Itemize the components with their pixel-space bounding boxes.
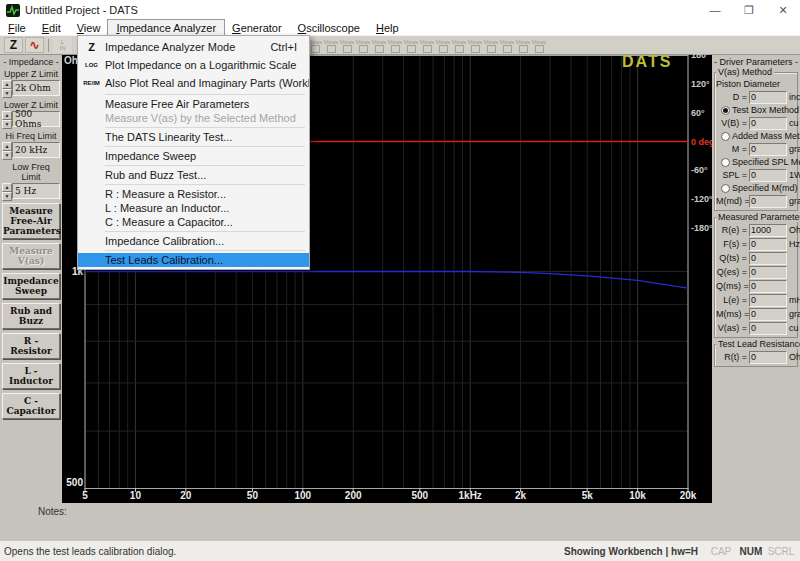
- generator-button[interactable]: ∿: [25, 37, 44, 53]
- specified-spl-method-option[interactable]: Specified SPL Method: [716, 156, 796, 168]
- menu-item-rub-and-buzz[interactable]: Rub and Buzz Test...: [78, 168, 309, 182]
- qts-field[interactable]: 0: [749, 252, 787, 265]
- menu-item-measure-inductor[interactable]: L : Measure an Inductor...: [78, 201, 309, 215]
- spin-down-icon[interactable]: ▼: [2, 89, 12, 98]
- phase-tick-label: 180°: [691, 50, 712, 60]
- menu-impedance-analyzer[interactable]: Impedance Analyzer: [108, 20, 224, 35]
- menu-generator[interactable]: Generator: [224, 20, 290, 35]
- menu-item-measure-free-air[interactable]: Measure Free Air Parameters: [78, 97, 309, 111]
- menu-item-measure-capacitor[interactable]: C : Measure a Capacitor...: [78, 215, 309, 229]
- dats-logo: DATS: [622, 53, 672, 71]
- maximize-button[interactable]: ❐: [732, 0, 766, 20]
- spin-up-icon[interactable]: ▲: [2, 111, 12, 120]
- re-im-icon: RE/IM: [78, 80, 105, 86]
- low-freq-limit-value[interactable]: 5 Hz: [12, 183, 60, 199]
- menu-separator: [105, 127, 305, 128]
- rub-and-buzz-button[interactable]: Rub and Buzz: [2, 303, 60, 329]
- re-field[interactable]: 1000: [749, 224, 787, 237]
- status-bar: Opens the test leads calibration dialog.…: [0, 540, 800, 561]
- meas-button: Meas: [435, 38, 451, 54]
- spin-up-icon[interactable]: ▲: [2, 142, 12, 151]
- meas-button: Meas: [531, 38, 547, 54]
- menu-help[interactable]: Help: [368, 20, 407, 35]
- x-tick-label: 20k: [680, 490, 697, 501]
- minimize-button[interactable]: —: [698, 0, 732, 20]
- test-box-method-option[interactable]: Test Box Method: [716, 104, 796, 116]
- specified-mmd-option[interactable]: Specified M(md): [716, 182, 796, 194]
- menu-bar: File Edit View Impedance Analyzer Genera…: [0, 20, 800, 35]
- qes-field[interactable]: 0: [749, 266, 787, 279]
- notes-label: Notes:: [38, 506, 67, 517]
- test-box-volume-row: V(B) = 0 cu ft: [716, 116, 796, 130]
- menu-item-impedance-calibration[interactable]: Impedance Calibration...: [78, 234, 309, 248]
- scroll-lock-indicator: SCRL: [766, 546, 796, 557]
- close-button[interactable]: ✕: [766, 0, 800, 20]
- mms-row: M(ms) = 0 grams: [716, 307, 796, 321]
- phase-tick-label: 0 deg: [691, 137, 712, 147]
- menu-item-impedance-sweep[interactable]: Impedance Sweep: [78, 149, 309, 163]
- mms-field[interactable]: 0: [749, 308, 787, 321]
- qms-field[interactable]: 0: [749, 280, 787, 293]
- vas-field[interactable]: 0: [749, 322, 787, 335]
- menu-item-impedance-analyzer-mode[interactable]: Z Impedance Analyzer Mode Ctrl+I: [78, 38, 309, 56]
- piston-diameter-field[interactable]: 0: [749, 91, 787, 104]
- spin-up-icon[interactable]: ▲: [2, 80, 12, 89]
- radio-icon[interactable]: [721, 158, 730, 167]
- x-tick-label: 10: [130, 490, 141, 501]
- menu-item-test-leads-calibration[interactable]: Test Leads Calibration...: [78, 253, 309, 267]
- piston-diameter-label: Piston Diameter: [716, 79, 780, 89]
- menu-separator: [105, 231, 305, 232]
- meas-button: Meas: [483, 38, 499, 54]
- impedance-sweep-button[interactable]: Impedance Sweep: [2, 273, 60, 299]
- mmd-field[interactable]: 0: [749, 195, 787, 208]
- menu-item-plot-real-imaginary[interactable]: RE/IM Also Plot Real and Imaginary Parts…: [78, 74, 309, 92]
- radio-icon[interactable]: [721, 132, 730, 141]
- menu-item-plot-log-scale[interactable]: LOG Plot Impedance on a Logarithmic Scal…: [78, 56, 309, 74]
- resistor-button[interactable]: R - Resistor: [2, 333, 60, 359]
- added-mass-field[interactable]: 0: [749, 143, 787, 156]
- x-tick-label: 5k: [582, 490, 593, 501]
- menu-edit[interactable]: Edit: [34, 20, 69, 35]
- app-window: Untitled Project - DATS — ❐ ✕ File Edit …: [0, 0, 800, 561]
- spin-up-icon[interactable]: ▲: [2, 183, 12, 192]
- meas-button: Meas: [451, 38, 467, 54]
- inductor-button[interactable]: L - Inductor: [2, 363, 60, 389]
- meas-button: Meas: [419, 38, 435, 54]
- impedance-mode-button[interactable]: Z: [4, 37, 23, 53]
- hi-freq-limit-control: Hi Freq Limit ▲▼ 20 kHz: [2, 131, 60, 158]
- hi-freq-limit-value[interactable]: 20 kHz: [12, 142, 60, 158]
- radio-icon[interactable]: [721, 106, 730, 115]
- spl-field[interactable]: 0: [749, 169, 787, 182]
- added-mass-row: M = 0 grams: [716, 142, 796, 156]
- measure-free-air-button[interactable]: Measure Free-Air Parameters: [2, 203, 60, 239]
- capacitor-button[interactable]: C - Capacitor: [2, 393, 60, 419]
- menu-view[interactable]: View: [69, 20, 109, 35]
- driver-parameters-panel: - Driver Parameters - V(as) Method Pisto…: [712, 55, 800, 540]
- radio-icon[interactable]: [721, 184, 730, 193]
- fs-field[interactable]: 0: [749, 238, 787, 251]
- z-icon: Z: [10, 38, 17, 52]
- le-field[interactable]: 0: [749, 294, 787, 307]
- rt-field[interactable]: 0: [749, 351, 787, 364]
- spin-down-icon[interactable]: ▼: [2, 192, 12, 201]
- re-row: R(e) = 1000 Ohms: [716, 223, 796, 237]
- spin-down-icon[interactable]: ▼: [2, 120, 12, 129]
- phase-tick-label: 60°: [691, 108, 712, 118]
- menu-file[interactable]: File: [0, 20, 34, 35]
- lower-z-limit-value[interactable]: 500 Ohms: [12, 111, 60, 127]
- x-tick-label: 1kHz: [459, 490, 482, 501]
- menu-item-linearity-test[interactable]: The DATS Linearity Test...: [78, 130, 309, 144]
- log-scale-icon: LOG: [78, 62, 105, 68]
- menu-oscilloscope[interactable]: Oscilloscope: [290, 20, 368, 35]
- test-box-volume-field[interactable]: 0: [749, 117, 787, 130]
- upper-z-limit-value[interactable]: 2k Ohm: [12, 80, 60, 96]
- menu-item-measure-resistor[interactable]: R : Measure a Resistor...: [78, 187, 309, 201]
- qts-row: Q(ts) = 0: [716, 251, 796, 265]
- phase-tick-label: 120°: [691, 79, 712, 89]
- measure-vas-button: Measure V(as): [2, 243, 60, 269]
- added-mass-method-option[interactable]: Added Mass Method: [716, 130, 796, 142]
- menu-item-measure-vas: Measure V(as) by the Selected Method: [78, 111, 309, 125]
- fs-row: F(s) = 0 Hz: [716, 237, 796, 251]
- low-freq-limit-control: Low Freq Limit ▲▼ 5 Hz: [2, 162, 60, 199]
- spin-down-icon[interactable]: ▼: [2, 151, 12, 160]
